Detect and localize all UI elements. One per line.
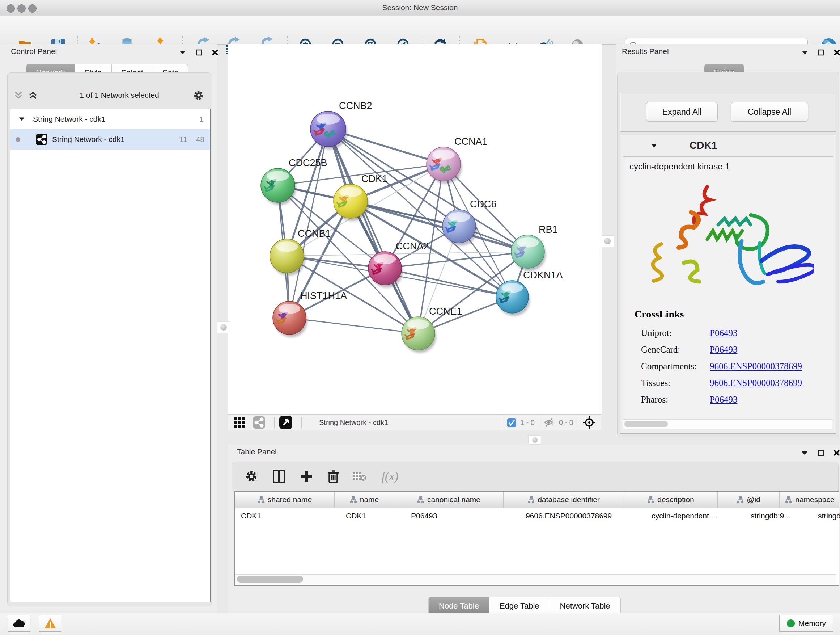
column-type-icon <box>417 496 424 503</box>
network-view-status-bar: String Network - cdk1 1 - 0 0 - 0 <box>228 414 601 431</box>
network-edge-CCNA2-CDKN1A[interactable] <box>385 268 512 297</box>
network-node-HIST1H1A[interactable] <box>273 301 308 337</box>
horizontal-splitter-handle[interactable] <box>528 435 541 445</box>
left-splitter-handle[interactable] <box>217 321 230 333</box>
hidden-node-edge-counts: 0 - 0 <box>559 418 573 427</box>
column-label: namespace <box>795 495 835 504</box>
table-cell[interactable]: cyclin-dependent ... <box>646 508 745 524</box>
share-view-icon[interactable] <box>253 416 265 429</box>
birds-eye-view-icon[interactable] <box>279 416 293 429</box>
gene-entry-header[interactable]: CDK1 <box>621 136 835 155</box>
table-hscroll-track[interactable] <box>235 574 836 584</box>
network-node-CDKN1A[interactable] <box>496 280 530 316</box>
network-tree: String Network - cdk1 1 String Network -… <box>10 109 210 602</box>
collection-expander-icon[interactable] <box>19 117 25 122</box>
crosslink-value-link[interactable]: P06493 <box>710 328 737 338</box>
crosslink-label: GeneCard: <box>641 345 680 355</box>
panel-menu-icon[interactable] <box>179 50 186 55</box>
grid-view-icon[interactable] <box>234 416 246 429</box>
float-panel-icon[interactable] <box>196 49 202 56</box>
network-node-CDC25B[interactable] <box>261 168 296 205</box>
statusbar-divider <box>502 417 502 428</box>
crosslink-value-link[interactable]: P06493 <box>710 345 737 355</box>
network-collection-row[interactable]: String Network - cdk1 1 <box>11 109 210 129</box>
results-scroll-thumb[interactable] <box>624 421 668 427</box>
crosslink-value-link[interactable]: P06493 <box>710 394 737 405</box>
function-builder-button[interactable]: f(x) <box>374 466 406 486</box>
right-splitter-handle[interactable] <box>601 235 614 247</box>
table-hscroll-thumb[interactable] <box>237 576 303 583</box>
table-settings-button[interactable] <box>240 466 262 486</box>
network-graph[interactable]: CCNB2CCNA1CDC25BCDK1CDC6RB1CCNB1CCNA2CDK… <box>228 44 602 414</box>
table-cell[interactable]: CDK1 <box>235 508 340 524</box>
selected-checkbox-icon[interactable] <box>507 418 516 428</box>
warnings-button[interactable] <box>39 615 62 632</box>
collapse-all-button[interactable]: Collapse All <box>731 102 808 122</box>
center-view-crosshair-icon[interactable] <box>583 416 596 429</box>
hidden-eye-icon[interactable] <box>544 417 555 428</box>
table-cell[interactable]: stringdb <box>812 508 840 524</box>
memory-button[interactable]: Memory <box>779 615 834 632</box>
statusbar-divider <box>274 417 275 428</box>
table-cell[interactable]: stringdb:9... <box>745 508 812 524</box>
show-columns-button[interactable] <box>268 466 290 486</box>
crosslink-value-link[interactable]: 9606.ENSP00000378699 <box>710 378 802 388</box>
collapse-all-icon[interactable] <box>14 90 23 100</box>
delete-column-button[interactable] <box>322 466 344 486</box>
network-node-CCNA1[interactable] <box>426 147 462 184</box>
network-node-CCNA2[interactable] <box>368 252 403 288</box>
cloud-icon <box>13 619 26 628</box>
table-cell[interactable]: CDK1 <box>340 508 405 524</box>
table-row[interactable]: CDK1CDK1P064939606.ENSP00000378699cyclin… <box>235 508 838 524</box>
network-status-dot <box>16 137 20 142</box>
network-edge-count: 48 <box>196 135 204 144</box>
float-panel-icon[interactable] <box>818 450 824 456</box>
network-row-selected[interactable]: String Network - cdk1 11 48 <box>11 129 210 149</box>
table-header-name[interactable]: name <box>335 492 394 508</box>
expand-all-button[interactable]: Expand All <box>646 102 718 122</box>
memory-status-dot <box>787 619 795 627</box>
close-panel-icon[interactable] <box>834 450 840 456</box>
network-edge-CDK1-RB1[interactable] <box>351 201 528 252</box>
network-canvas[interactable]: CCNB2CCNA1CDC25BCDK1CDC6RB1CCNB1CCNA2CDK… <box>228 44 602 414</box>
network-node-CDK1[interactable] <box>333 184 369 221</box>
node-label-CCNA1: CCNA1 <box>454 136 488 147</box>
table-header-shared-name[interactable]: shared name <box>235 492 335 508</box>
control-panel-title: Control Panel <box>11 47 57 55</box>
close-panel-icon[interactable] <box>834 49 840 56</box>
delete-table-button[interactable] <box>348 466 370 486</box>
network-options-gear-icon[interactable] <box>193 90 204 101</box>
table-toolbar: f(x) <box>232 462 838 491</box>
table-header-database-identifier[interactable]: database identifier <box>504 492 624 508</box>
float-panel-icon[interactable] <box>818 49 824 56</box>
network-edge-HIST1H1A-CCNE1[interactable] <box>289 318 418 333</box>
crosslink-value-link[interactable]: 9606.ENSP00000378699 <box>710 361 802 371</box>
network-node-CDC6[interactable] <box>442 210 477 246</box>
network-label: String Network - cdk1 <box>52 135 125 144</box>
delete-table-icon <box>352 471 366 482</box>
statusbar-divider <box>578 417 578 428</box>
network-node-CCNE1[interactable] <box>401 317 436 353</box>
column-type-icon <box>785 496 792 503</box>
panel-menu-icon[interactable] <box>801 450 808 455</box>
table-header-canonical-name[interactable]: canonical name <box>394 492 504 508</box>
column-type-icon <box>527 496 535 503</box>
close-panel-icon[interactable] <box>212 49 218 56</box>
network-edge-CCNB2-CCNE1[interactable] <box>328 129 418 333</box>
node-table: shared namenamecanonical namedatabase id… <box>234 491 839 586</box>
panel-menu-icon[interactable] <box>801 50 808 55</box>
node-label-CCNB1: CCNB1 <box>298 228 331 239</box>
network-node-RB1[interactable] <box>511 235 546 271</box>
table-header--id[interactable]: @id <box>718 492 780 508</box>
tasks-cloud-button[interactable] <box>8 615 30 632</box>
table-cell[interactable]: P06493 <box>405 508 520 524</box>
expand-all-icon[interactable] <box>28 90 38 100</box>
table-header-namespace[interactable]: namespace <box>780 492 840 508</box>
column-label: canonical name <box>427 495 480 504</box>
table-cell[interactable]: 9606.ENSP00000378699 <box>520 508 646 524</box>
window-title: Session: New Session <box>0 3 840 12</box>
table-header-description[interactable]: description <box>624 492 718 508</box>
entry-expander-icon[interactable] <box>651 143 658 148</box>
add-column-button[interactable] <box>295 466 317 486</box>
node-label-CDK1: CDK1 <box>362 173 387 184</box>
